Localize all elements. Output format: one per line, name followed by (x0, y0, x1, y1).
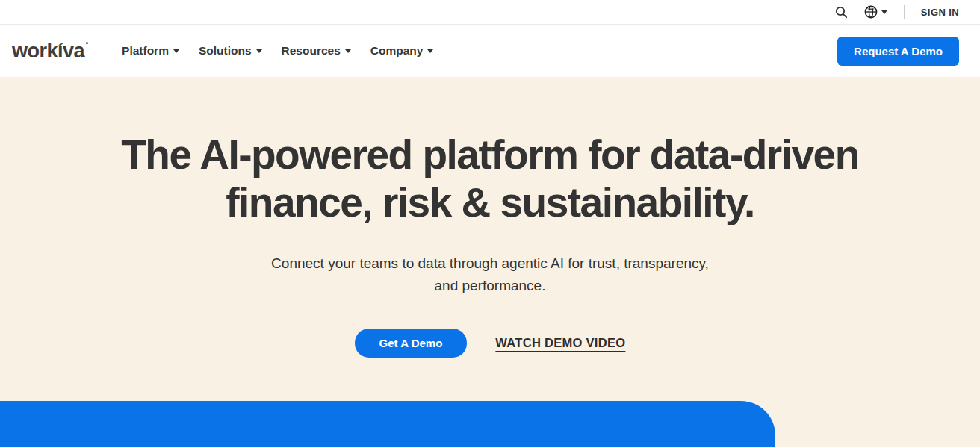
hero-heading-line1: The AI-powered platform for data-driven (0, 131, 980, 178)
watch-demo-video-link[interactable]: WATCH DEMO VIDEO (495, 336, 625, 350)
primary-nav-links: Platform Solutions Resources Company (122, 44, 433, 57)
nav-item-resources[interactable]: Resources (282, 44, 351, 57)
sign-in-link[interactable]: SIGN IN (921, 7, 959, 18)
main-nav: workíva Platform Solutions Resources Com… (0, 25, 980, 77)
utility-bar: SIGN IN (0, 0, 980, 25)
language-selector[interactable] (864, 5, 887, 19)
logo-trademark-dot (86, 42, 88, 44)
utility-divider (904, 5, 905, 19)
logo-text: workíva (12, 40, 84, 62)
hero-subtitle-line2: and performance. (0, 275, 980, 297)
hero-heading-line2: finance, risk & sustainability. (0, 178, 980, 226)
hero-cta-row: Get A Demo WATCH DEMO VIDEO (0, 329, 980, 358)
nav-item-label: Solutions (199, 44, 252, 57)
nav-item-platform[interactable]: Platform (122, 44, 179, 57)
search-button[interactable] (835, 6, 848, 19)
hero-subtitle-line1: Connect your teams to data through agent… (0, 252, 980, 275)
request-demo-button[interactable]: Request A Demo (837, 37, 959, 66)
globe-language-icon (864, 5, 878, 19)
nav-item-label: Resources (282, 44, 341, 57)
nav-item-label: Company (370, 44, 424, 57)
caret-down-icon (345, 49, 351, 53)
nav-item-label: Platform (122, 44, 169, 57)
nav-item-solutions[interactable]: Solutions (199, 44, 262, 57)
bottom-blue-band (0, 401, 775, 447)
caret-down-icon (173, 49, 179, 53)
hero-section: The AI-powered platform for data-driven … (0, 77, 980, 447)
search-icon (835, 6, 848, 19)
hero-heading: The AI-powered platform for data-driven … (0, 77, 980, 227)
workiva-logo[interactable]: workíva (12, 41, 84, 61)
caret-down-icon (881, 10, 887, 14)
hero-subtitle: Connect your teams to data through agent… (0, 252, 980, 298)
caret-down-icon (427, 49, 433, 53)
nav-item-company[interactable]: Company (370, 44, 434, 57)
get-demo-button[interactable]: Get A Demo (355, 329, 468, 358)
caret-down-icon (256, 49, 262, 53)
